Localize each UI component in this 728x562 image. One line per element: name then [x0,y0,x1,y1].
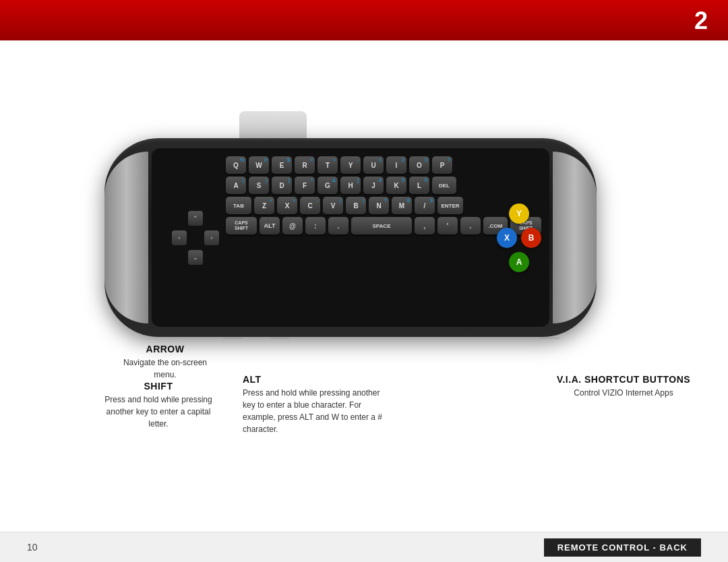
via-button-y[interactable]: Y [509,204,529,224]
key-j[interactable]: J4 [363,177,384,194]
shift-body: Press and hold while pressinganother key… [104,394,212,430]
key-g[interactable]: G& [317,177,338,194]
via-buttons: Y X B A [497,204,541,272]
key-enter[interactable]: ENTER [437,197,463,214]
key-dot[interactable]: . [328,217,348,235]
remote-control-label: REMOTE CONTROL - BACK [544,538,701,557]
arrow-right-button[interactable]: › [204,230,219,245]
via-button-a[interactable]: A [509,252,529,272]
arrow-left-button[interactable]: ‹ [172,230,187,245]
shift-annotation: SHIFT Press and hold while pressinganoth… [104,381,212,430]
footer-page-number: 10 [27,542,38,553]
key-r[interactable]: R= [295,156,315,174]
arrow-up-button[interactable]: ⌃ [188,211,203,226]
key-d[interactable]: D[ [272,177,292,194]
via-title: V.I.A. SHORTCUT BUTTONS [556,374,691,385]
via-button-b[interactable]: B [521,228,541,248]
key-dot2[interactable]: . [460,217,481,235]
keys-area: Q% W# E$ R= T+ Y- U1 I2 O3 P? A( S) D[ F… [226,156,482,237]
header-bar [0,0,728,40]
key-p[interactable]: P? [432,156,452,174]
shift-title: SHIFT [104,381,212,392]
page-number: 2 [694,7,708,35]
key-x[interactable]: X> [277,197,297,214]
key-comma[interactable]: , [415,217,435,235]
key-l[interactable]: L6 [409,177,429,194]
key-y[interactable]: Y- [340,156,361,174]
key-alt[interactable]: ALT [260,217,280,235]
key-caps-shift-left[interactable]: CAPSSHIFT [226,217,257,235]
key-i[interactable]: I2 [386,156,406,174]
arrow-down-button[interactable]: ⌄ [188,250,203,265]
alt-annotation: ALT Press and hold while pressing anothe… [243,374,431,435]
key-u[interactable]: U1 [363,156,384,174]
arrow-pad: ⌃ ⌄ ‹ › [172,211,219,265]
key-t[interactable]: T+ [317,156,338,174]
alt-body: Press and hold while pressing anotherkey… [243,387,431,435]
key-m[interactable]: M8 [392,197,412,214]
key-apostrophe[interactable]: ' [437,217,458,235]
arrow-title: ARROW [115,344,216,354]
key-s[interactable]: S) [249,177,269,194]
key-q[interactable]: Q% [226,156,246,174]
key-c[interactable]: C- [300,197,320,214]
key-del[interactable]: DEL [432,177,456,194]
key-space[interactable]: SPACE [351,217,412,235]
remote-body: ⌃ ⌄ ‹ › Q% W# E$ R= T+ Y- U1 I2 O3 P? A( [104,138,597,337]
via-button-x[interactable]: X [497,228,517,248]
key-row-2: A( S) D[ F* G& H] J4 K5 L6 DEL [226,177,482,194]
key-f[interactable]: F* [295,177,315,194]
arrow-body: Navigate the on-screenmenu. [115,356,216,381]
key-k[interactable]: K5 [386,177,406,194]
key-h[interactable]: H] [340,177,361,194]
key-v[interactable]: V( [323,197,343,214]
key-a[interactable]: A( [226,177,246,194]
via-body: Control VIZIO Internet Apps [556,387,691,399]
alt-title: ALT [243,374,431,385]
footer: 10 REMOTE CONTROL - BACK [0,532,728,562]
key-colon[interactable]: : [305,217,326,235]
key-n[interactable]: N7 [369,197,389,214]
key-at[interactable]: @ [282,217,303,235]
arrow-annotation: ARROW Navigate the on-screenmenu. [115,344,216,381]
via-annotation: V.I.A. SHORTCUT BUTTONS Control VIZIO In… [556,374,691,399]
key-row-3: TAB Z< X> C- V( B) N7 M8 /9 ENTER [226,197,482,214]
keyboard-area: ⌃ ⌄ ‹ › Q% W# E$ R= T+ Y- U1 I2 O3 P? A( [152,148,549,327]
key-tab[interactable]: TAB [226,197,251,214]
key-o[interactable]: O3 [409,156,429,174]
key-w[interactable]: W# [249,156,269,174]
key-slash[interactable]: /9 [415,197,435,214]
key-z[interactable]: Z< [254,197,274,214]
key-row-4: CAPSSHIFT ALT @ : . SPACE , ' . .COM CAP… [226,217,482,235]
key-row-1: Q% W# E$ R= T+ Y- U1 I2 O3 P? [226,156,482,174]
key-b[interactable]: B) [346,197,366,214]
key-e[interactable]: E$ [272,156,292,174]
